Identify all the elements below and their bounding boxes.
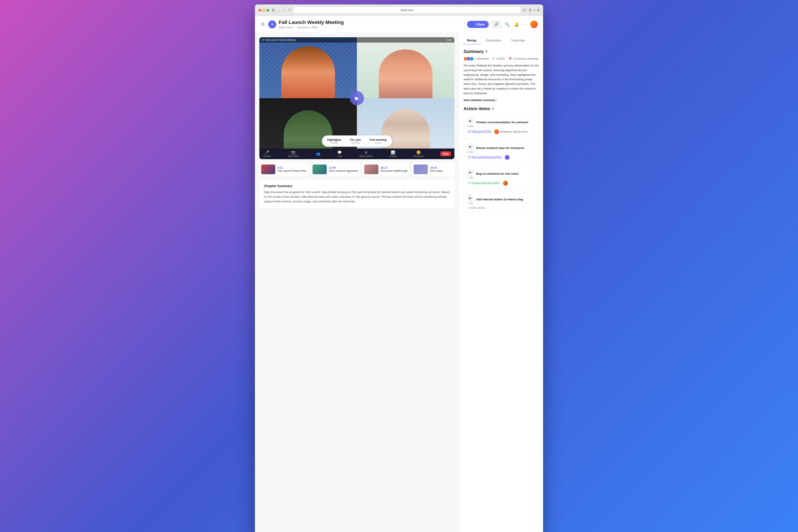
hamburger-button[interactable]: ☰ (260, 21, 266, 28)
video-selector: Highlights 5 mins For you 18 mins Full m… (322, 135, 392, 147)
chapter-time-1: 0:01 (278, 166, 306, 169)
selector-full-meeting[interactable]: Full meeting 1 hour (365, 136, 391, 146)
chapter-time-4: 38:40 (430, 166, 443, 169)
share-browser-button[interactable]: ⬆ (529, 8, 532, 12)
share-icon: 👥 (471, 23, 475, 26)
video-icon: 📷 (291, 150, 296, 154)
summary-section: Summary ✦ 4 attendees (463, 49, 539, 102)
chapter-info-1: 0:01 Fall Launch Rollout Plan (278, 166, 306, 172)
polling-button[interactable]: 📊 Polling (390, 150, 396, 157)
tag-2[interactable]: ✕ Fall Launch Research Plan (467, 155, 503, 159)
fullscreen-dot[interactable] (266, 9, 269, 12)
clip-button-2[interactable]: ▶ (467, 143, 474, 150)
more-menu-button[interactable]: ··· (522, 21, 528, 27)
action-item-1-header: ▶ 5 clips Finalize recommendation for ou… (467, 117, 535, 128)
chapter-info-2: 12:56 User research alignment (329, 166, 358, 172)
tag-3[interactable]: # Checkout form bug #3024 (467, 181, 501, 185)
tab-transcript[interactable]: Transcript (507, 36, 529, 44)
previous-meetings-value: 12 previous meetings (513, 57, 538, 60)
browser-window: ⊞ ‹ › 🛡 ↻ ⬆ + ⧉ ☰ ✳ Fall Launch Weekly M… (255, 4, 543, 532)
chapter-card-4[interactable]: 38:40 Next steps (412, 163, 454, 176)
back-button[interactable]: ‹ (277, 8, 281, 13)
action-items-title: Action items ✦ (463, 106, 539, 111)
user-avatar[interactable] (530, 21, 538, 28)
view-label[interactable]: View (446, 39, 452, 41)
chapter-name-4: Next steps (430, 169, 443, 172)
clip-count-1: 5 clips (467, 125, 474, 128)
author-name: Deja Harris (279, 26, 293, 29)
share-screen-button[interactable]: 🖥 Share Screen (359, 151, 373, 157)
chapter-name-1: Fall Launch Rollout Plan (278, 169, 306, 172)
tag-1[interactable]: ✕ Fall Launch GTM (467, 130, 492, 134)
chapter-summary-title: Chapter Summary (264, 184, 450, 188)
attendees-count: 4 attendees (475, 57, 489, 60)
participants-button[interactable]: 👥 (316, 152, 320, 156)
clip-button-3[interactable]: ▶ (467, 169, 474, 176)
selector-for-you[interactable]: For you 18 mins (346, 136, 365, 146)
action-item-3-header: ▶ 1 clip Bug on checkout for trial users (467, 169, 535, 179)
chapter-summary: Chapter Summary Deja discussed the progr… (259, 179, 454, 208)
tab-recap[interactable]: Recap (463, 36, 481, 44)
reactions-button[interactable]: 😊 Reactions (414, 150, 423, 157)
tag-x-icon: ✕ (469, 130, 471, 133)
highlights-time: 5 mins (327, 141, 341, 144)
copy-link-button[interactable]: 🔗 (491, 20, 501, 28)
assigned-avatar-2 (505, 155, 510, 160)
header-title-group: Fall Launch Weekly Meeting Deja Harris ·… (279, 19, 344, 29)
video-container: Fall Launch Weekly Meeting View (259, 37, 454, 159)
attendees-meta: 4 attendees (463, 57, 489, 61)
action-item-3: ▶ 1 clip Bug on checkout for trial users… (463, 165, 539, 189)
browser-dots (259, 9, 269, 12)
clip-button-4[interactable]: ▶ (467, 194, 474, 202)
tab-discussion[interactable]: Discussion (482, 36, 506, 44)
sidebar-toggle-button[interactable]: ⊞ (272, 8, 274, 12)
unmute-button[interactable]: 🎤 Unmute (263, 150, 271, 157)
assigned-badge-3 (503, 180, 508, 186)
url-bar[interactable] (294, 7, 520, 13)
page-subtitle: Deja Harris · October 4, 2024 (279, 26, 344, 29)
attendee-avatars (463, 57, 474, 61)
chat-icon: 💬 (337, 150, 342, 154)
plus-icon: + (467, 206, 468, 209)
reload-button[interactable]: ↻ (523, 8, 526, 12)
forward-button[interactable]: › (282, 8, 286, 13)
search-button[interactable]: 🔍 (504, 21, 511, 28)
chapter-card-1[interactable]: 0:01 Fall Launch Rollout Plan (259, 163, 308, 176)
chapter-card-3[interactable]: 26:14 Jira board walkthrough (362, 163, 409, 176)
header-left: ☰ ✳ Fall Launch Weekly Meeting Deja Harr… (260, 19, 467, 29)
action-item-1: ▶ 5 clips Finalize recommendation for ou… (463, 114, 539, 137)
chapter-thumb-3 (364, 165, 378, 174)
video-cell-1 (259, 37, 357, 98)
play-button-overlay: ▶ (350, 91, 364, 105)
clip-button-1[interactable]: ▶ (467, 117, 474, 125)
chapter-info-3: 26:14 Jira board walkthrough (381, 166, 407, 172)
highlights-label: Highlights (327, 138, 341, 141)
chapter-time-3: 26:14 (381, 166, 407, 169)
browser-chrome: ⊞ ‹ › 🛡 ↻ ⬆ + ⧉ (255, 4, 543, 16)
for-you-label: For you (350, 138, 361, 141)
chat-button[interactable]: 💬 Chat (337, 150, 342, 157)
end-button[interactable]: End (440, 151, 451, 156)
play-button[interactable]: ▶ (350, 91, 364, 105)
start-video-button[interactable]: 📷 Start Video (288, 150, 299, 157)
full-meeting-time: 1 hour (369, 141, 386, 144)
close-dot[interactable] (259, 9, 261, 12)
selector-highlights[interactable]: Highlights 5 mins (323, 136, 346, 146)
assigned-text-1: Assigned to @Deja Harris (500, 130, 528, 133)
share-button[interactable]: 👥 Share (467, 21, 489, 28)
attach-link[interactable]: + Attach details (467, 206, 485, 209)
main-layout: Fall Launch Weekly Meeting View (255, 33, 543, 532)
browser-actions: ⬆ + ⧉ (529, 8, 539, 12)
full-meeting-label: Full meeting (369, 138, 386, 141)
notifications-button[interactable]: 🔔 (513, 21, 520, 28)
clock-icon: ⏱ (492, 57, 495, 60)
logo-icon: ✳ (268, 20, 276, 28)
video-cell-2 (357, 37, 454, 98)
chapter-card-2[interactable]: 12:56 User research alignment (311, 163, 360, 176)
minimize-dot[interactable] (263, 9, 265, 12)
view-summary-link[interactable]: View detailed summary › (463, 98, 539, 102)
tabs-bar: Recap Discussion Transcript (459, 33, 543, 44)
more-windows-button[interactable]: ⧉ (537, 8, 539, 12)
chapter-summary-text: Deja discussed the progress for Fall Lau… (264, 190, 450, 204)
new-tab-button[interactable]: + (533, 8, 535, 12)
